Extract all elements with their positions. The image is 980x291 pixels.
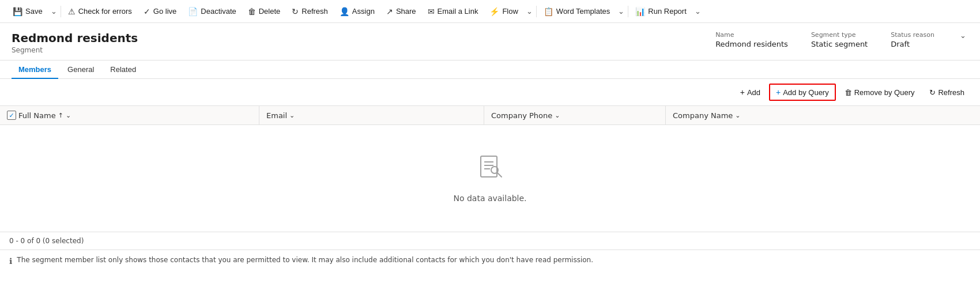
delete-button[interactable]: 🗑 Delete (242, 0, 287, 23)
save-dropdown-button[interactable]: ⌄ (48, 0, 59, 23)
divider-2 (536, 6, 537, 17)
grid-refresh-button[interactable]: ↻ Refresh (923, 85, 971, 100)
divider-1 (61, 6, 61, 17)
page-subtitle: Segment (12, 46, 138, 54)
meta-name: Name Redmond residents (715, 31, 788, 48)
run-report-button[interactable]: 📊 Run Report (630, 0, 692, 23)
assign-icon: 👤 (340, 7, 349, 16)
grid-refresh-icon: ↻ (929, 88, 936, 97)
refresh-button[interactable]: ↻ Refresh (286, 0, 334, 23)
flow-button[interactable]: ⚡ Flow (484, 0, 523, 23)
go-live-icon: ✓ (144, 7, 150, 16)
remove-by-query-icon: 🗑 (845, 88, 852, 97)
empty-state-text: No data available. (453, 194, 526, 203)
info-bar: ℹ The segment member list only shows tho… (0, 250, 980, 271)
meta-status-value: Draft (891, 40, 934, 48)
word-templates-button[interactable]: 📋 Word Templates (538, 0, 616, 23)
save-button[interactable]: 💾 Save (7, 0, 48, 23)
grid-footer: 0 - 0 of 0 (0 selected) (0, 232, 980, 250)
add-by-query-plus-icon: + (776, 88, 781, 97)
empty-state-icon (476, 154, 504, 187)
check-errors-icon: ⚠ (68, 7, 76, 16)
save-icon: 💾 (13, 7, 22, 16)
run-report-icon: 📊 (635, 7, 645, 16)
word-templates-dropdown-button[interactable]: ⌄ (616, 0, 627, 23)
select-all-checkbox[interactable]: ✓ (7, 111, 16, 120)
phone-sort-icon: ⌄ (555, 112, 560, 119)
flow-icon: ⚡ (489, 7, 499, 16)
meta-segment-type-label: Segment type (811, 31, 868, 39)
meta-segment-type-value: Static segment (811, 40, 868, 48)
meta-status: Status reason Draft (891, 31, 934, 48)
meta-name-value: Redmond residents (715, 40, 788, 48)
col-header-fullname[interactable]: ✓ Full Name ↑ ⌄ (0, 106, 259, 124)
company-sort-icon: ⌄ (735, 112, 740, 119)
page-header: Redmond residents Segment Name Redmond r… (0, 23, 980, 61)
meta-name-label: Name (715, 31, 788, 39)
col-header-company-phone[interactable]: Company Phone ⌄ (484, 106, 666, 124)
divider-3 (628, 6, 628, 17)
tab-members[interactable]: Members (12, 61, 58, 78)
col-header-email[interactable]: Email ⌄ (259, 106, 484, 124)
meta-status-label: Status reason (891, 31, 934, 39)
flow-dropdown-button[interactable]: ⌄ (524, 0, 535, 23)
refresh-icon: ↻ (292, 7, 299, 16)
checkmark-icon: ✓ (9, 112, 14, 119)
meta-segment-type: Segment type Static segment (811, 31, 868, 48)
share-icon: ↗ (386, 7, 393, 16)
page-title-section: Redmond residents Segment (12, 31, 138, 54)
tab-bar: Members General Related (0, 61, 980, 79)
word-templates-icon: 📋 (544, 7, 553, 16)
assign-button[interactable]: 👤 Assign (334, 0, 380, 23)
email-sort-icon: ⌄ (289, 112, 295, 119)
grid-header: ✓ Full Name ↑ ⌄ Email ⌄ Company Phone ⌄ … (0, 106, 980, 125)
info-icon: ℹ (9, 256, 12, 266)
deactivate-icon: 📄 (188, 7, 198, 16)
check-errors-button[interactable]: ⚠ Check for errors (62, 0, 138, 23)
main-toolbar: 💾 Save ⌄ ⚠ Check for errors ✓ Go live 📄 … (0, 0, 980, 23)
go-live-button[interactable]: ✓ Go live (138, 0, 182, 23)
add-by-query-button[interactable]: + Add by Query (769, 84, 836, 101)
add-button[interactable]: + Add (734, 84, 767, 100)
page-meta: Name Redmond residents Segment type Stat… (715, 31, 968, 48)
deactivate-button[interactable]: 📄 Deactivate (182, 0, 242, 23)
sub-toolbar: + Add + Add by Query 🗑 Remove by Query ↻… (0, 79, 980, 106)
add-plus-icon: + (740, 88, 745, 97)
page-title: Redmond residents (12, 31, 138, 45)
tab-general[interactable]: General (61, 61, 101, 78)
sort-asc-icon: ↑ (58, 112, 63, 119)
header-chevron-button[interactable]: ⌄ (958, 31, 968, 40)
run-report-dropdown-button[interactable]: ⌄ (692, 0, 703, 23)
email-link-button[interactable]: ✉ Email a Link (422, 0, 484, 23)
share-button[interactable]: ↗ Share (380, 0, 422, 23)
email-link-icon: ✉ (428, 7, 435, 16)
sort-chevron-icon: ⌄ (66, 112, 71, 119)
tab-related[interactable]: Related (103, 61, 143, 78)
content-area: + Add + Add by Query 🗑 Remove by Query ↻… (0, 79, 980, 271)
empty-state: No data available. (0, 125, 980, 232)
remove-by-query-button[interactable]: 🗑 Remove by Query (838, 85, 921, 100)
delete-icon: 🗑 (248, 7, 256, 16)
col-header-company-name[interactable]: Company Name ⌄ (666, 106, 980, 124)
